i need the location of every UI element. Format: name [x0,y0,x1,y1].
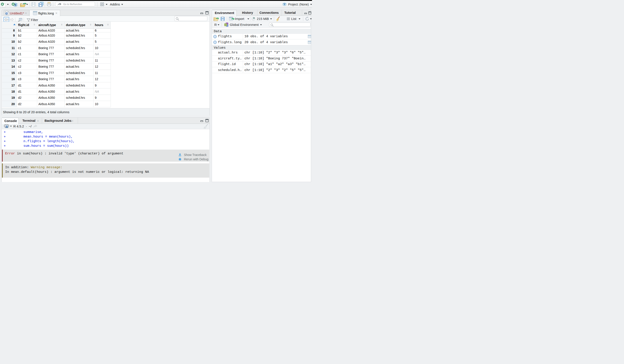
svg-text:R: R [284,3,286,5]
svg-text:R: R [5,125,8,129]
svg-text:R: R [6,12,8,15]
svg-text:R: R [14,3,17,7]
